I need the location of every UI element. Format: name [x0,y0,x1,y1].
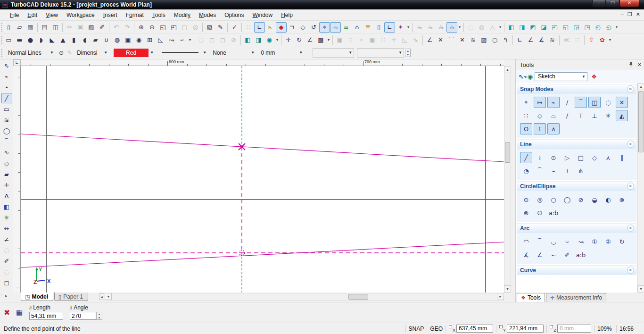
view-iso-se-button[interactable]: ◴ [593,22,603,33]
line-pattern-combo[interactable]: ▼ [159,48,208,58]
print-button[interactable]: ▤ [39,22,50,33]
view-front-button[interactable]: ◧ [506,22,517,33]
polyline-3d-button[interactable]: ↝ [166,35,177,45]
sloped-line-lower[interactable] [21,242,504,267]
cylinder-3d-button[interactable]: ▮ [68,35,79,45]
zoom-extents-button[interactable]: ◰ [168,22,179,33]
snap-radial-button[interactable]: ✳ [602,110,614,121]
trim-tool-button[interactable]: ≠ [1,234,12,244]
arc-concentric-button[interactable]: ⌒ [534,236,546,247]
corner-trim-button[interactable]: ↰ [500,35,511,45]
close-button[interactable]: ✕ [619,0,639,7]
circle-tangent-2-button[interactable]: ◒ [588,194,601,205]
snap-none-button[interactable]: ⌖ [520,97,532,108]
arc-curve-button[interactable]: ∽ [547,249,560,260]
boolean-subtract-button[interactable]: ◨ [253,35,264,45]
view-left-button[interactable]: ◩ [528,22,538,33]
dimension-tool-button[interactable]: ↔ [1,223,12,234]
circle-triple-point-button[interactable]: ◯ [561,194,573,205]
menu-modify[interactable]: Modify [170,10,195,20]
circle-double-point-button[interactable]: ○ [547,194,560,205]
circle-tangent-3-button[interactable]: ◐ [602,194,614,205]
panel-fill-red-icon[interactable]: ❖ [589,73,599,80]
line-perpendicular-button[interactable]: ⋏ [602,152,614,163]
canvas-horizontal-scrollbar[interactable]: ◄ ► [105,293,504,301]
render-quality-button[interactable]: ☕ [446,22,457,33]
angle-reference-button[interactable]: ⊾ [265,22,276,33]
calculator-icon[interactable]: ▦ [16,308,23,317]
scroll-up-arrow[interactable]: ▲ [637,83,644,90]
toolbar-grip[interactable] [1,49,2,57]
arc-rotated-button[interactable]: ✐ [561,249,573,260]
snap-mid-vertical-button[interactable]: ⊤ [575,110,587,121]
panel-node-edit-icon[interactable]: ⌁ [524,73,528,80]
render-hidden-line-button[interactable]: ☕ [425,22,436,33]
wedge-3d-button[interactable]: ◣ [47,35,58,45]
tab-paper-1[interactable]: ▯ Paper 1 [54,292,88,301]
menu-file[interactable]: File [6,10,23,20]
circle-tangent-point-button[interactable]: ⊗ [616,194,628,205]
arc-1-3-2-button[interactable]: ② [602,236,614,247]
snap-mid-horizontal-button[interactable]: ⊥ [588,110,601,121]
toolbar-grip[interactable] [1,36,2,44]
paint-format-tool-button[interactable]: ◧ [1,201,12,212]
mdi-restore-button[interactable]: ❐ [627,11,632,17]
line-tangent-to-circle-button[interactable]: ◔ [520,165,532,176]
line-parallel-button[interactable]: ∥ [616,152,628,163]
snap-angular-button[interactable]: ∧ [547,123,560,134]
box-tool-button[interactable]: ◇ [1,158,12,168]
ucs-rotate-button[interactable]: ↻ [294,35,305,45]
text-tool-button[interactable]: A [1,191,12,201]
tab-measurement-info[interactable]: ✛ Measurement Info [546,293,606,302]
snap-nearest-button[interactable]: ↦ [534,97,546,108]
markup-pen-button[interactable]: ✎ [215,22,226,33]
sloped-line-upper[interactable] [21,134,504,162]
collapse-section-button[interactable]: « [627,225,634,232]
multiline-tool-button[interactable]: ≋ [1,115,12,125]
meet-2-lines-button[interactable]: ∠ [424,35,435,45]
cancel-icon[interactable]: ✖ [4,308,10,317]
tool-group-combo[interactable]: Sketch▼ [535,72,587,81]
explode-button[interactable]: ⇧ [586,35,597,45]
line-sketch-button[interactable]: ⋔ [575,165,587,176]
parallel-offset-button[interactable]: ≋ [468,35,479,45]
solid-tool-button[interactable]: ▰ [1,169,12,179]
view-back-button[interactable]: ◨ [517,22,528,33]
line-multiline-2-button[interactable]: ≀ [561,165,573,176]
snap-arc-center-button[interactable]: ⌒ [575,97,587,108]
toolbar-overflow-arrow[interactable]: ▾ [614,25,619,29]
snap-mode-indicator[interactable]: SNAP [409,326,424,332]
angle-input[interactable] [70,312,96,320]
collapse-section-button[interactable]: « [627,267,634,274]
menu-tools[interactable]: Tools [148,10,170,20]
boolean-intersect-button[interactable]: ◉ [264,35,275,45]
spell-check-button[interactable]: ✓ [229,22,240,33]
color-combo[interactable]: Red ▼ [114,48,155,58]
snap-tangent-button[interactable]: ∕ [561,110,573,121]
canvas-vertical-scrollbar[interactable]: ▲ ▼ [504,66,511,292]
toolbar-grip[interactable] [1,23,2,32]
materials-button[interactable]: ≣ [363,22,373,33]
view-bottom-button[interactable]: ◱ [560,22,571,33]
snap-face-button[interactable]: ⌓ [547,110,560,121]
snap-quadrant-button[interactable]: ◫ [588,97,601,108]
line-single-button[interactable]: ╱ [520,152,532,163]
menu-help[interactable]: Help [277,10,297,20]
line-tangent-arc-button[interactable]: ⌒ [534,165,546,176]
tab-model[interactable]: ◳ Model [21,292,53,301]
render-draft-button[interactable]: ☕ [436,22,446,33]
render-scene-button[interactable]: ☕ [330,22,341,33]
arc-convert-button[interactable]: ↻ [616,236,628,247]
layers-button[interactable]: ≡ [341,22,352,33]
menu-options[interactable]: Options [220,10,248,20]
spiral-3d-button[interactable]: ∽ [177,35,188,45]
ucs-origin-button[interactable]: ✛ [283,35,294,45]
toolbar-overflow-arrow[interactable]: ▾ [326,38,331,42]
panel-select-icon[interactable]: ⇖ [519,73,524,80]
vertical-scroll-thumb[interactable] [505,142,510,163]
toolbar-overflow[interactable]: ⁞ ▸ [1,293,13,298]
snap-aperture-button[interactable]: ◭ [616,110,628,121]
circle-concentric-button[interactable]: ◎ [534,194,546,205]
tab-tools[interactable]: ❖ Tools [517,293,545,302]
menu-edit[interactable]: Edit [23,10,41,20]
